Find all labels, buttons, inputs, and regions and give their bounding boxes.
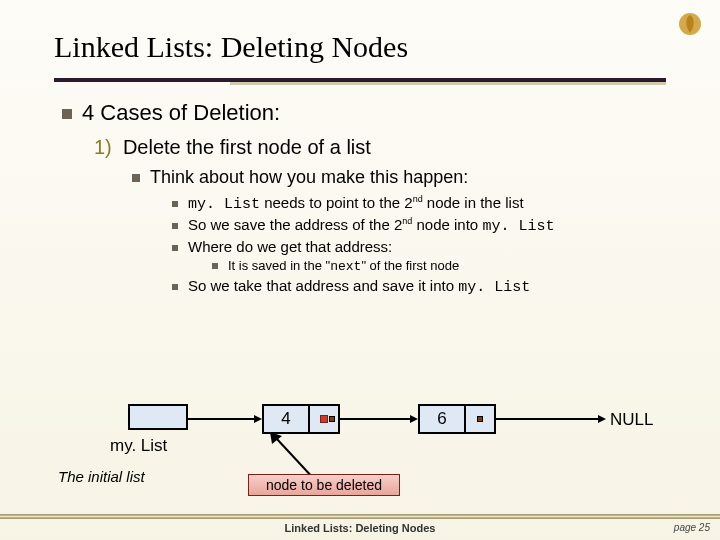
square-bullet-icon [172,284,178,290]
point-5-code: my. List [458,279,530,296]
square-bullet-icon [132,174,140,182]
content: 4 Cases of Deletion: 1) Delete the first… [62,100,662,299]
case-1: 1) Delete the first node of a list [94,136,662,159]
point-2-text: So we save the address of the 2 [188,216,402,233]
node-1: 4 [262,404,340,434]
point-1-text: needs to point to the 2 [260,194,413,211]
arrow-icon [496,414,606,424]
arrow-icon [340,414,418,424]
dot-icon [477,416,483,422]
footer-rule [0,514,720,519]
cases-heading-text: 4 Cases of Deletion: [82,100,280,125]
mylist-label: my. List [110,436,167,456]
point-3: Where do we get that address: [172,238,662,255]
square-bullet-icon [172,245,178,251]
svg-marker-6 [598,415,606,423]
logo-icon [678,12,702,36]
point-4: It is saved in the "next" of the first n… [212,258,662,274]
square-bullet-icon [62,109,72,119]
delete-label: node to be deleted [266,477,382,493]
node-2-value: 6 [420,406,464,432]
delete-label-box: node to be deleted [248,474,400,496]
mylist-box [128,404,188,430]
cases-heading: 4 Cases of Deletion: [62,100,662,126]
title-subrule [230,82,666,85]
point-1: my. List needs to point to the 2nd node … [172,194,662,213]
dot-icon [329,416,335,422]
think-line: Think about how you make this happen: [132,167,662,188]
node-1-value: 4 [264,406,308,432]
svg-marker-2 [254,415,262,423]
node-1-ptr [308,406,338,432]
point-1-tail: node in the list [423,194,524,211]
point-2-code: my. List [482,218,554,235]
case-1-text: Delete the first node of a list [123,136,371,158]
node-2: 6 [418,404,496,434]
footer-title: Linked Lists: Deleting Nodes [0,522,720,534]
point-5-text: So we take that address and save it into [188,277,458,294]
case-1-num: 1) [94,136,112,158]
red-square-icon [320,415,328,423]
point-4-c: " of the first node [361,258,459,273]
point-1-code: my. List [188,196,260,213]
square-bullet-icon [172,201,178,207]
slide-title: Linked Lists: Deleting Nodes [54,30,408,64]
ordinal-sup: nd [413,194,423,204]
arrow-icon [188,414,262,424]
footer: Linked Lists: Deleting Nodes page 25 [0,514,720,538]
slide: Linked Lists: Deleting Nodes 4 Cases of … [0,0,720,540]
square-bullet-icon [172,223,178,229]
point-3-text: Where do we get that address: [188,238,392,255]
node-2-ptr [464,406,494,432]
think-text: Think about how you make this happen: [150,167,468,187]
point-2: So we save the address of the 2nd node i… [172,216,662,235]
square-bullet-icon [212,263,218,269]
null-label: NULL [610,410,653,430]
point-4-code: next [330,259,361,274]
ordinal-sup: nd [402,216,412,226]
point-5: So we take that address and save it into… [172,277,662,296]
footer-page: page 25 [674,522,710,533]
point-2-mid: node into [412,216,482,233]
svg-marker-4 [410,415,418,423]
initial-list-label: The initial list [58,468,145,485]
point-4-a: It is saved in the " [228,258,330,273]
